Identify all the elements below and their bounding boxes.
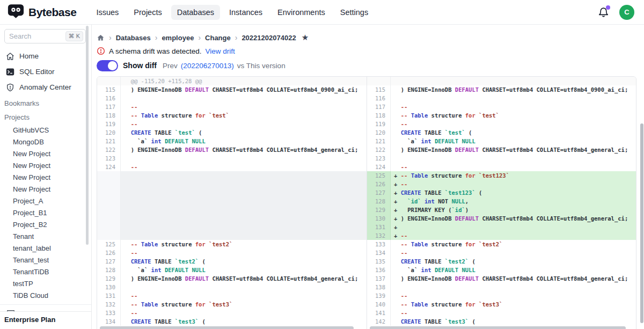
diff-row: 115 ) ENGINE=InnoDB DEFAULT CHARSET=utf8… [367, 85, 636, 94]
sidebar-project-item[interactable]: TiDB Cloud [0, 289, 91, 301]
notification-dot [606, 5, 610, 10]
breadcrumb: › Databases›employee›Change›202212020740… [97, 31, 636, 44]
diff-row: 121 `a` int DEFAULT NULL [367, 137, 636, 145]
diff-row: 135 CREATE TABLE `test2` ( [367, 257, 636, 266]
diff-panel-current: 115 ) ENGINE=InnoDB DEFAULT CHARSET=utf8… [367, 77, 636, 329]
diff-row: 134 CREATE TABLE `test3` ( [97, 317, 367, 326]
diff-row: @@ -115,20 +115,28 @@ [97, 77, 367, 85]
sidebar-project-item[interactable]: MongoDB [0, 136, 91, 148]
sidebar-project-item[interactable]: New Project [0, 159, 91, 171]
diff-row: 130 [97, 283, 367, 291]
breadcrumb-item[interactable]: employee [162, 34, 194, 42]
sidebar: ⌘ K Home SQL Editor Anomaly Center Bookm… [0, 25, 92, 329]
diff-row: 136 `a` int DEFAULT NULL [367, 266, 636, 274]
top-right: C [598, 5, 634, 20]
breadcrumb-separator: › [155, 33, 158, 42]
search-input[interactable] [9, 32, 55, 40]
plan-badge: Enterprise Plan [0, 311, 91, 329]
nav-item-databases[interactable]: Databases [171, 5, 220, 20]
search-box[interactable]: ⌘ K [4, 29, 86, 43]
diff-row [97, 231, 367, 240]
sidebar-project-item[interactable]: Tenant [0, 230, 91, 242]
nav-item-issues[interactable]: Issues [90, 5, 125, 20]
diff-row: 127 CREATE TABLE `test2` ( [97, 257, 367, 266]
sidebar-scrollbar[interactable] [86, 26, 89, 245]
nav-item-projects[interactable]: Projects [128, 5, 167, 20]
diff-row [97, 206, 367, 214]
vs-label: vs This version [237, 62, 286, 70]
breadcrumb-home-icon[interactable] [97, 34, 105, 42]
diff-row: 124 -- [367, 163, 636, 171]
schema-diff-view: @@ -115,20 +115,28 @@115 ) ENGINE=InnoDB… [97, 76, 636, 329]
nav-item-settings[interactable]: Settings [334, 5, 374, 20]
diff-row: 120 CREATE TABLE `test` ( [97, 128, 367, 137]
sidebar-project-item[interactable]: New Project [0, 183, 91, 195]
diff-row: 126+ -- [367, 180, 636, 188]
sidebar-item-label: Home [19, 52, 39, 60]
diff-row: 123 [97, 154, 367, 163]
projects-section-label: Projects [0, 109, 91, 123]
prev-version-link[interactable]: (202206270013) [181, 62, 234, 70]
diff-panel-previous: @@ -115,20 +115,28 @@115 ) ENGINE=InnoDB… [97, 77, 367, 329]
sidebar-project-item[interactable]: testTP [0, 277, 91, 289]
bytebase-logo[interactable]: Bytebase [8, 4, 76, 21]
main-content: › Databases›employee›Change›202212020740… [92, 25, 644, 329]
diff-toggle-row: Show diff Prev (202206270013) vs This ve… [97, 59, 636, 72]
diff-row: 118 -- Table structure for `test` [367, 111, 636, 120]
page-vertical-scrollbar[interactable] [640, 123, 643, 323]
sidebar-item-sql-editor[interactable]: SQL Editor [0, 64, 91, 79]
diff-row: 119 -- [97, 120, 367, 128]
diff-row: 141 -- [367, 309, 636, 317]
left-horizontal-scrollbar[interactable] [100, 326, 362, 329]
diff-row: 131 -- [97, 291, 367, 300]
diff-row: 125+ -- Table structure for `test123` [367, 171, 636, 180]
sidebar-project-item[interactable]: New Project [0, 148, 91, 159]
sidebar-project-item[interactable]: Tenant_test [0, 254, 91, 266]
anomaly-center-icon [5, 83, 14, 92]
diff-row: 128+ `id` int NOT NULL, [367, 197, 636, 206]
avatar[interactable]: C [619, 5, 634, 20]
right-horizontal-scrollbar[interactable] [370, 326, 631, 329]
toggle-knob [108, 61, 117, 70]
sidebar-project-item[interactable]: Project_B2 [0, 218, 91, 230]
breadcrumb-separator: › [198, 33, 201, 42]
diff-row [97, 188, 367, 197]
diff-row: 122 ) ENGINE=InnoDB DEFAULT CHARSET=utf8… [367, 145, 636, 154]
sidebar-project-item[interactable]: Project_A [0, 195, 91, 207]
breadcrumb-item[interactable]: Databases [116, 34, 151, 42]
search-shortcut-kbd: ⌘ K [65, 31, 83, 41]
nav-item-instances[interactable]: Instances [223, 5, 268, 20]
view-drift-link[interactable]: View drift [206, 47, 235, 55]
sidebar-item-home[interactable]: Home [0, 49, 91, 63]
sidebar-project-item[interactable]: GitHubVCS [0, 124, 91, 136]
diff-row: 115 ) ENGINE=InnoDB DEFAULT CHARSET=utf8… [97, 85, 367, 94]
sidebar-project-item[interactable]: New Project [0, 171, 91, 183]
diff-row: 127+ CREATE TABLE `test123` ( [367, 188, 636, 197]
diff-row: 140 -- Table structure for `test3` [367, 300, 636, 309]
breadcrumb-item[interactable]: Change [205, 34, 231, 42]
diff-row: 117 -- [97, 103, 367, 111]
sidebar-project-item[interactable]: Project_B1 [0, 207, 91, 218]
sidebar-item-anomaly-center[interactable]: Anomaly Center [0, 80, 91, 94]
diff-row: 132 -- Table structure for `test3` [97, 300, 367, 309]
diff-row: 116 [367, 94, 636, 103]
show-diff-toggle[interactable] [97, 60, 118, 71]
diff-row: 116 [97, 94, 367, 103]
diff-rows-right: 115 ) ENGINE=InnoDB DEFAULT CHARSET=utf8… [367, 77, 636, 326]
diff-row: 125 -- Table structure for `test2` [97, 240, 367, 248]
prev-label: Prev [163, 62, 178, 70]
sidebar-project-item[interactable]: tenant_label [0, 242, 91, 254]
notification-bell-icon[interactable] [598, 6, 610, 18]
diff-row: 129 ) ENGINE=InnoDB DEFAULT CHARSET=utf8… [97, 274, 367, 283]
nav-item-environments[interactable]: Environments [272, 5, 331, 20]
diff-row: 129+ PRIMARY KEY (`id`) [367, 206, 636, 214]
sql-editor-icon [5, 67, 14, 76]
favorite-star-icon[interactable]: ★ [302, 33, 309, 42]
sidebar-item-label: SQL Editor [19, 68, 55, 76]
sidebar-project-item[interactable]: TenantTiDB [0, 266, 91, 277]
diff-row: 128 `a` int DEFAULT NULL [97, 266, 367, 274]
diff-row: 131+ [367, 223, 636, 231]
breadcrumb-item[interactable]: 20221202074022 [241, 34, 296, 42]
diff-row: 118 -- Table structure for `test` [97, 111, 367, 120]
sidebar-item-label: Anomaly Center [19, 83, 71, 91]
